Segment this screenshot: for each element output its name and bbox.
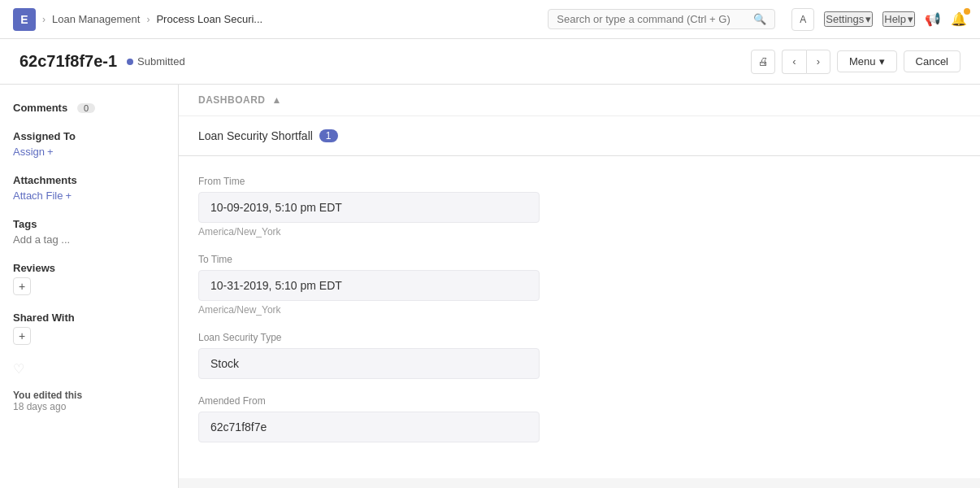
form-section: From Time 10-09-2019, 5:10 pm EDT Americ…	[179, 156, 980, 478]
sidebar: Comments 0 Assigned To Assign + Attachme…	[0, 85, 179, 488]
announcements-icon[interactable]: 📢	[925, 11, 941, 27]
breadcrumb-loan-management[interactable]: Loan Management	[52, 13, 140, 25]
dashboard-body: Loan Security Shortfall 1	[179, 116, 980, 155]
add-review-button[interactable]: +	[13, 277, 31, 295]
footer-user: You edited this	[13, 390, 82, 401]
tags-label: Tags	[13, 218, 165, 230]
settings-button[interactable]: Settings ▾	[824, 11, 873, 27]
comments-count: 0	[77, 103, 95, 113]
sidebar-assigned-to: Assigned To Assign +	[13, 130, 165, 158]
print-button[interactable]: 🖨	[751, 50, 775, 74]
chevron-down-icon: ▾	[908, 13, 913, 25]
next-button[interactable]: ›	[806, 50, 830, 74]
app-icon: E	[13, 8, 36, 31]
loan-security-shortfall-item: Loan Security Shortfall 1	[198, 129, 960, 142]
from-time-group: From Time 10-09-2019, 5:10 pm EDT Americ…	[198, 176, 960, 237]
loan-security-type-group: Loan Security Type Stock	[198, 332, 960, 379]
main-content: DASHBOARD ▲ Loan Security Shortfall 1 Fr…	[179, 85, 980, 488]
cancel-button[interactable]: Cancel	[904, 50, 960, 72]
from-time-tz: America/New_York	[198, 226, 960, 237]
amended-from-value: 62c71f8f7e	[198, 412, 540, 442]
shared-with-label: Shared With	[13, 312, 165, 324]
attachments-label: Attachments	[13, 174, 165, 186]
help-button[interactable]: Help ▾	[882, 11, 915, 27]
attach-file-link[interactable]: Attach File +	[13, 190, 165, 202]
from-time-label: From Time	[198, 176, 960, 187]
footer-time: 18 days ago	[13, 401, 66, 412]
sidebar-tags: Tags Add a tag ...	[13, 218, 165, 246]
breadcrumb-process-loan[interactable]: Process Loan Securi...	[156, 13, 262, 25]
page-title: 62c71f8f7e-1	[20, 52, 117, 71]
nav-arrows: ‹ ›	[782, 50, 830, 74]
to-time-value: 10-31-2019, 5:10 pm EDT	[198, 270, 540, 301]
sidebar-comments: Comments 0	[13, 101, 165, 114]
status-label: Submitted	[137, 55, 185, 68]
breadcrumb-chevron-1: ›	[42, 14, 46, 25]
assign-link[interactable]: Assign +	[13, 146, 165, 158]
prev-button[interactable]: ‹	[782, 50, 806, 74]
plus-icon: +	[47, 146, 54, 158]
sidebar-shared-with: Shared With +	[13, 312, 165, 345]
chevron-down-icon: ▾	[865, 13, 871, 25]
section-count: 1	[319, 129, 338, 142]
menu-chevron-icon: ▾	[879, 55, 885, 68]
avatar: A	[791, 8, 814, 31]
notification-badge	[964, 8, 970, 15]
status-dot	[127, 59, 133, 65]
breadcrumb-chevron-2: ›	[146, 14, 150, 25]
amended-from-group: Amended From 62c71f8f7e	[198, 395, 960, 442]
to-time-label: To Time	[198, 254, 960, 265]
heart-icon[interactable]: ♡	[13, 361, 165, 377]
header-actions: 🖨 ‹ › Menu ▾ Cancel	[751, 50, 960, 74]
search-input[interactable]	[557, 13, 753, 25]
loan-security-type-label: Loan Security Type	[198, 332, 960, 343]
main-layout: Comments 0 Assigned To Assign + Attachme…	[0, 85, 980, 488]
from-time-value: 10-09-2019, 5:10 pm EDT	[198, 192, 540, 223]
status-badge: Submitted	[127, 55, 185, 68]
to-time-tz: America/New_York	[198, 304, 960, 316]
to-time-group: To Time 10-31-2019, 5:10 pm EDT America/…	[198, 254, 960, 316]
dashboard-title: DASHBOARD	[198, 94, 266, 106]
search-icon: 🔍	[753, 13, 766, 25]
menu-button[interactable]: Menu ▾	[837, 50, 897, 72]
sidebar-reviews: Reviews +	[13, 262, 165, 295]
top-navigation: E › Loan Management › Process Loan Secur…	[0, 0, 980, 39]
sidebar-footer: You edited this 18 days ago	[13, 377, 165, 412]
search-bar[interactable]: 🔍	[548, 9, 775, 29]
reviews-label: Reviews	[13, 262, 165, 274]
dashboard-header: DASHBOARD ▲	[179, 85, 980, 116]
collapse-icon[interactable]: ▲	[272, 94, 282, 106]
bell-icon[interactable]: 🔔	[951, 11, 967, 27]
loan-security-type-value: Stock	[198, 348, 540, 379]
comments-label: Comments	[13, 102, 67, 114]
amended-from-label: Amended From	[198, 395, 960, 407]
page-header: 62c71f8f7e-1 Submitted 🖨 ‹ › Menu ▾ Canc…	[0, 39, 980, 85]
add-shared-button[interactable]: +	[13, 327, 31, 345]
section-name: Loan Security Shortfall	[198, 129, 313, 142]
nav-right: A Settings ▾ Help ▾ 📢 🔔	[791, 8, 967, 31]
dashboard-section: DASHBOARD ▲ Loan Security Shortfall 1	[179, 85, 980, 156]
add-tag-link[interactable]: Add a tag ...	[13, 233, 165, 246]
plus-icon: +	[65, 190, 72, 202]
assigned-to-label: Assigned To	[13, 130, 165, 142]
sidebar-attachments: Attachments Attach File +	[13, 174, 165, 202]
